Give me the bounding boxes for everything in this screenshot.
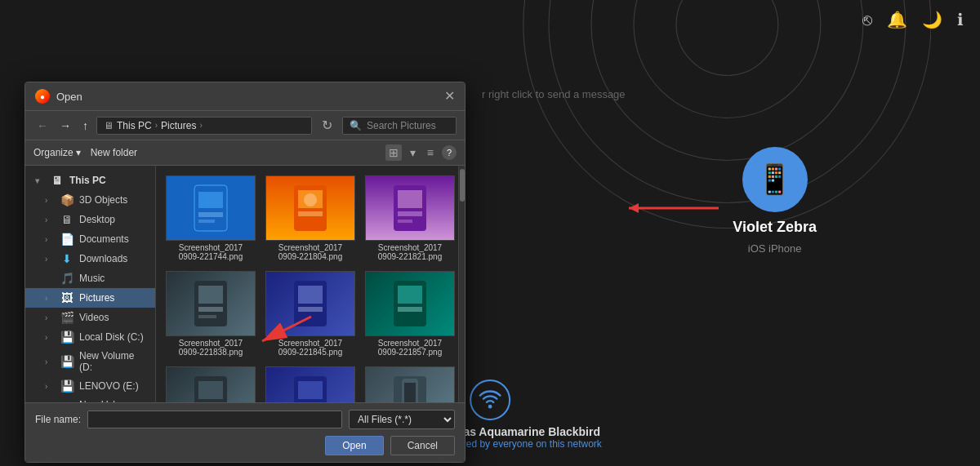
sidebar-item-local-c[interactable]: › 💾 Local Disk (C:)	[25, 327, 155, 347]
file-name-3: Screenshot_20170909-221821.png	[378, 243, 442, 261]
background-text: r right click to send a message	[482, 88, 626, 100]
file-item-4[interactable]: Screenshot_20170909-221838.png	[163, 268, 259, 360]
file-item-2[interactable]: Screenshot_20170909-221804.png	[262, 172, 359, 264]
sidebar-item-3d-objects[interactable]: › 📦 3D Objects	[25, 190, 155, 210]
sidebar-item-this-pc[interactable]: ▾ 🖥 This PC	[25, 171, 155, 190]
svg-rect-31	[198, 381, 223, 399]
moon-icon[interactable]: 🌙	[922, 10, 942, 29]
view-list-icon[interactable]: ≡	[424, 144, 437, 161]
exit-icon[interactable]: ⎋	[862, 11, 872, 29]
file-grid: Screenshot_20170909-221744.png Screensho…	[156, 166, 458, 402]
documents-icon: 📄	[60, 233, 74, 246]
toolbar: Organize ▾ New folder ⊞ ▾ ≡ ?	[25, 140, 465, 166]
bell-icon[interactable]: 🔔	[887, 10, 907, 29]
filename-input[interactable]	[87, 411, 342, 428]
svg-marker-6	[629, 203, 639, 213]
file-name-5: Screenshot_20170909-221845.png	[278, 339, 342, 357]
device-area: 📱 Violet Zebra iOS iPhone	[733, 147, 817, 255]
info-icon[interactable]: ℹ	[957, 10, 964, 29]
svg-rect-36	[404, 383, 416, 402]
help-button[interactable]: ?	[442, 145, 457, 160]
thumbnail-5	[266, 272, 354, 335]
svg-rect-28	[398, 286, 422, 304]
device-icon: 📱	[742, 147, 808, 212]
svg-rect-23	[198, 315, 216, 318]
forward-button[interactable]: →	[56, 118, 74, 134]
refresh-button[interactable]: ↻	[317, 116, 337, 135]
sidebar-item-downloads[interactable]: › ⬇ Downloads	[25, 249, 155, 269]
file-name-6: Screenshot_20170909-221857.png	[378, 339, 442, 357]
open-button[interactable]: Open	[325, 436, 383, 455]
thumbnail-6	[366, 272, 454, 335]
svg-rect-22	[198, 307, 223, 312]
desktop-icon: 🖥	[60, 213, 74, 226]
file-item-9[interactable]: z17-mini-le.jpg	[362, 363, 458, 402]
sidebar-item-music[interactable]: 🎵 Music	[25, 269, 155, 288]
thumbnail-1	[167, 176, 255, 240]
search-box[interactable]: 🔍 Search Pictures	[342, 117, 457, 135]
file-name-1: Screenshot_20170909-221744.png	[179, 243, 243, 261]
pictures-icon: 🖼	[60, 291, 74, 304]
open-dialog: ● Open ✕ ← → ↑ 🖥 This PC › Pictures › ↻ …	[24, 82, 466, 463]
file-item-3[interactable]: Screenshot_20170909-221821.png	[362, 172, 458, 264]
svg-point-7	[488, 405, 492, 409]
filename-label: File name:	[35, 414, 81, 425]
thumbnail-4	[167, 272, 255, 335]
svg-rect-17	[398, 190, 422, 208]
thumbnail-8	[266, 367, 354, 402]
videos-icon: 🎬	[60, 311, 74, 324]
scrollbar[interactable]	[458, 166, 465, 402]
thumbnail-3	[366, 176, 454, 240]
sidebar-item-videos[interactable]: › 🎬 Videos	[25, 308, 155, 327]
3d-objects-icon: 📦	[60, 193, 74, 206]
downloads-icon: ⬇	[60, 252, 74, 265]
volume-d-icon: 💾	[60, 355, 74, 368]
main-content: ▾ 🖥 This PC › 📦 3D Objects › 🖥 Desktop ›…	[25, 166, 465, 402]
svg-rect-9	[198, 192, 223, 208]
lenovo-e-icon: 💾	[60, 379, 74, 393]
filetype-select[interactable]: All Files (*.*)	[349, 410, 455, 429]
breadcrumb-pictures[interactable]: Pictures	[161, 120, 196, 131]
svg-rect-10	[198, 212, 223, 217]
sidebar-item-lenovo-e[interactable]: › 💾 LENOVO (E:)	[25, 376, 155, 396]
svg-rect-11	[198, 220, 215, 223]
thumbnail-7	[167, 367, 255, 402]
thumbnail-2	[266, 176, 354, 240]
svg-rect-21	[198, 286, 223, 304]
up-button[interactable]: ↑	[79, 118, 91, 134]
filename-row: File name: All Files (*.*)	[35, 410, 455, 429]
view-large-icon[interactable]: ⊞	[385, 144, 402, 161]
breadcrumb-this-pc[interactable]: This PC	[117, 120, 152, 131]
scrollbar-thumb[interactable]	[460, 169, 465, 202]
topbar: ⎋ 🔔 🌙 ℹ	[862, 10, 964, 29]
dialog-bottom: File name: All Files (*.*) Open Cancel	[25, 402, 465, 462]
new-folder-button[interactable]: New folder	[91, 147, 137, 158]
file-item-6[interactable]: Screenshot_20170909-221857.png	[362, 268, 458, 360]
thumbnail-9	[366, 367, 454, 402]
svg-rect-14	[298, 211, 323, 216]
file-item-8[interactable]: Screenshot_20170909-222630.png	[262, 363, 359, 402]
sidebar-item-documents[interactable]: › 📄 Documents	[25, 229, 155, 249]
sidebar-item-volume-d[interactable]: › 💾 New Volume (D:	[25, 347, 155, 376]
svg-rect-26	[298, 307, 323, 312]
svg-rect-33	[298, 381, 323, 399]
cancel-button[interactable]: Cancel	[390, 436, 455, 455]
back-button[interactable]: ←	[33, 118, 51, 134]
red-arrow-device	[621, 196, 727, 220]
app-icon: ●	[35, 89, 50, 104]
close-button[interactable]: ✕	[444, 90, 455, 103]
device-type: iOS iPhone	[748, 242, 802, 255]
breadcrumb: 🖥 This PC › Pictures ›	[96, 117, 312, 135]
organize-button[interactable]: Organize ▾	[33, 147, 81, 158]
sidebar-item-volume-f[interactable]: › 💾 New Volume (F:)	[25, 396, 155, 402]
sidebar-item-pictures[interactable]: › 🖼 Pictures	[25, 288, 155, 308]
file-item-5[interactable]: Screenshot_20170909-221845.png	[262, 268, 359, 360]
view-dropdown-icon[interactable]: ▾	[407, 144, 419, 161]
file-item-1[interactable]: Screenshot_20170909-221744.png	[163, 172, 259, 264]
file-item-7[interactable]: Screenshot_20170909-222625.png	[163, 363, 259, 402]
sidebar-item-desktop[interactable]: › 🖥 Desktop	[25, 210, 155, 229]
dialog-titlebar: ● Open ✕	[25, 82, 465, 111]
svg-rect-29	[398, 307, 422, 312]
search-placeholder: Search Pictures	[367, 120, 436, 131]
file-name-2: Screenshot_20170909-221804.png	[278, 243, 342, 261]
